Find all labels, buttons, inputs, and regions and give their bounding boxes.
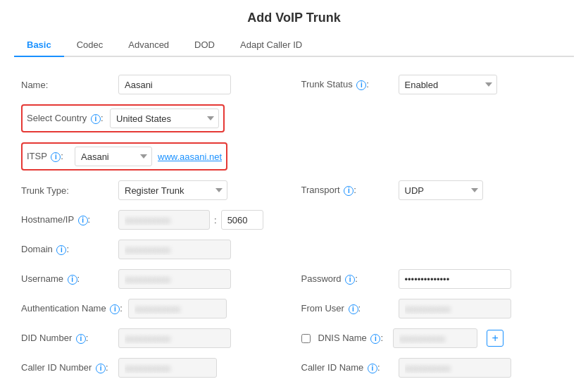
trunk-type-label: Trunk Type: [21, 185, 113, 196]
name-row: Name: [14, 70, 294, 99]
password-row: Password i: [294, 264, 575, 294]
username-info-icon[interactable]: i [68, 275, 77, 285]
caller-id-name-input[interactable] [399, 358, 511, 378]
trunk-status-label: Trunk Status i: [301, 79, 393, 90]
dnis-checkbox[interactable] [301, 334, 311, 343]
caller-id-name-info-icon[interactable]: i [368, 364, 377, 373]
auth-name-row: Authentication Name i: [14, 294, 294, 323]
tab-advanced[interactable]: Advanced [115, 34, 182, 57]
tab-basic[interactable]: Basic [14, 34, 64, 57]
caller-id-number-info-icon[interactable]: i [96, 364, 106, 373]
hostname-label: Hostname/IP i: [21, 214, 113, 225]
country-select[interactable]: United States [110, 109, 219, 128]
dnis-label: DNIS Name i: [318, 333, 384, 344]
select-country-label: Select Country i: [27, 113, 104, 124]
caller-id-number-input[interactable] [118, 358, 217, 378]
trunk-status-select-wrapper: Enabled Disabled [399, 75, 497, 94]
select-country-row: Select Country i: United States [14, 99, 294, 137]
empty-row-4 [294, 235, 575, 264]
caller-id-number-label: Caller ID Number i: [21, 362, 113, 373]
from-user-input[interactable] [399, 299, 511, 318]
hostname-row: Hostname/IP i: : [14, 205, 294, 235]
password-label: Password i: [301, 273, 393, 285]
trunk-type-select-wrapper: Register Trunk [118, 180, 227, 200]
itsp-label: ITSP i: [27, 151, 69, 162]
name-label: Name: [21, 80, 113, 90]
plus-button[interactable]: + [487, 330, 503, 347]
auth-name-label: Authentication Name i: [21, 303, 123, 314]
hostname-info-icon[interactable]: i [78, 216, 88, 225]
domain-row: Domain i: [14, 235, 294, 264]
tabs-bar: Basic Codec Advanced DOD Adapt Caller ID [14, 34, 574, 57]
caller-id-number-row: Caller ID Number i: [14, 353, 294, 383]
tab-codec[interactable]: Codec [64, 34, 116, 57]
hostname-input[interactable] [118, 210, 210, 230]
tab-adapt-caller-id[interactable]: Adapt Caller ID [227, 34, 315, 57]
form-section: Name: Trunk Status i: Enabled Disabled S… [14, 70, 574, 383]
password-info-icon[interactable]: i [345, 275, 355, 285]
username-row: Username i: [14, 264, 294, 294]
did-number-input[interactable] [118, 328, 231, 348]
dnis-info-icon[interactable]: i [370, 334, 380, 344]
trunk-status-row: Trunk Status i: Enabled Disabled [294, 70, 575, 99]
from-user-label: From User i: [301, 303, 393, 314]
itsp-info-icon[interactable]: i [51, 152, 61, 162]
select-country-highlighted: Select Country i: United States [21, 104, 225, 132]
domain-label: Domain i: [21, 244, 113, 255]
tab-dod[interactable]: DOD [182, 34, 227, 57]
did-number-row: DID Number i: [14, 323, 294, 353]
auth-name-input[interactable] [128, 299, 227, 318]
transport-row: Transport i: UDP TCP TLS [294, 175, 575, 205]
trunk-status-select[interactable]: Enabled Disabled [399, 75, 497, 94]
trunk-type-select[interactable]: Register Trunk [118, 180, 227, 200]
select-country-info-icon[interactable]: i [91, 114, 101, 124]
from-user-row: From User i: [294, 294, 575, 323]
page-title: Add VoIP Trunk [14, 11, 574, 25]
transport-select[interactable]: UDP TCP TLS [399, 180, 483, 200]
username-input[interactable] [118, 269, 231, 289]
transport-info-icon[interactable]: i [344, 186, 354, 196]
caller-id-name-label: Caller ID Name i: [301, 362, 393, 373]
colon-separator: : [214, 215, 217, 225]
itsp-select-wrapper: Aasani [75, 147, 152, 166]
empty-row-3 [294, 205, 575, 235]
itsp-link[interactable]: www.aasani.net [158, 151, 222, 162]
dnis-input[interactable] [393, 328, 477, 348]
transport-select-wrapper: UDP TCP TLS [399, 180, 483, 200]
empty-row-2 [294, 137, 575, 175]
trunk-type-row: Trunk Type: Register Trunk [14, 175, 294, 205]
from-user-info-icon[interactable]: i [349, 304, 358, 314]
itsp-select[interactable]: Aasani [75, 147, 152, 166]
country-select-wrapper: United States [110, 109, 219, 128]
port-input[interactable] [221, 210, 263, 230]
did-number-info-icon[interactable]: i [76, 334, 86, 344]
hostname-input-group: : [118, 210, 263, 230]
did-number-label: DID Number i: [21, 333, 113, 344]
itsp-highlighted: ITSP i: Aasani www.aasani.net [21, 142, 227, 171]
password-input[interactable] [399, 269, 511, 289]
trunk-status-info-icon[interactable]: i [356, 80, 366, 90]
transport-label: Transport i: [301, 185, 393, 196]
domain-info-icon[interactable]: i [56, 245, 66, 255]
domain-input[interactable] [118, 240, 231, 259]
name-input[interactable] [118, 75, 231, 94]
auth-name-info-icon[interactable]: i [110, 304, 120, 314]
caller-id-name-row: Caller ID Name i: [294, 353, 575, 383]
itsp-row: ITSP i: Aasani www.aasani.net [14, 137, 294, 175]
empty-row-1 [294, 99, 575, 137]
dnis-row: DNIS Name i: + [294, 323, 575, 353]
username-label: Username i: [21, 273, 113, 285]
